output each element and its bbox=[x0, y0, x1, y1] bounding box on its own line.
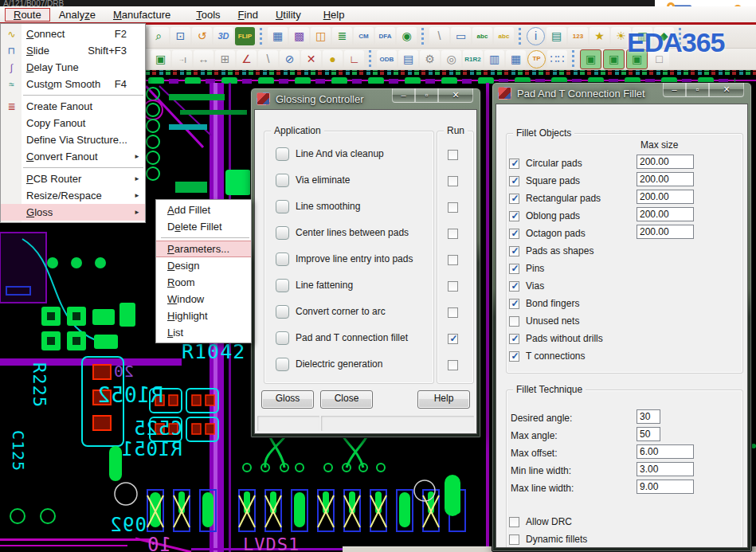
menu-item-design[interactable]: Design bbox=[156, 257, 251, 274]
gloss-button[interactable]: Gloss bbox=[261, 390, 314, 409]
run-line-fattening-checkbox[interactable] bbox=[448, 281, 458, 292]
menu-help[interactable]: Help bbox=[315, 8, 354, 22]
octagon-pads-checkbox[interactable]: ✓ bbox=[509, 229, 519, 239]
add-rectangle-icon[interactable]: ▭ bbox=[451, 27, 471, 45]
line-and-via-cleanup-toggle[interactable] bbox=[276, 147, 289, 161]
menu-analyze[interactable]: Analyze bbox=[50, 8, 104, 22]
board-view-1-icon[interactable]: ▣ bbox=[580, 49, 601, 69]
tool-setup-icon[interactable]: ⚙ bbox=[420, 50, 440, 69]
grid-toggle-icon[interactable]: ▦ bbox=[268, 27, 288, 45]
zoom-points-icon[interactable]: ⌕ bbox=[149, 27, 169, 45]
minimize-button[interactable]: – bbox=[392, 88, 415, 103]
menu-item-custom-smooth[interactable]: ≈ Custom Smooth F4 bbox=[1, 76, 145, 92]
rectangular-pads-checkbox[interactable]: ✓ bbox=[509, 194, 519, 204]
bond-fingers-checkbox[interactable]: ✓ bbox=[509, 299, 519, 309]
menu-item-window[interactable]: Window bbox=[156, 291, 251, 307]
close-button[interactable]: ✕ bbox=[438, 88, 473, 103]
center-l ines-between-pads-toggle[interactable] bbox=[276, 226, 289, 240]
minimize-button[interactable]: – bbox=[663, 83, 686, 97]
desired-angle-input[interactable] bbox=[637, 409, 660, 424]
min-line-width-input[interactable] bbox=[637, 462, 694, 476]
square-pads-checkbox[interactable]: ✓ bbox=[509, 176, 519, 186]
max-angle-input[interactable] bbox=[637, 427, 660, 441]
pins-checkbox[interactable]: ✓ bbox=[509, 264, 519, 274]
spacing-right-icon[interactable]: →| bbox=[172, 50, 192, 69]
run-improve-line-entry-checkbox[interactable] bbox=[448, 255, 458, 265]
octagon-pads-max-size-input[interactable] bbox=[637, 225, 694, 239]
dfa-table-icon[interactable]: DFA bbox=[375, 27, 395, 45]
menu-route[interactable]: Route bbox=[5, 8, 50, 22]
menu-item-delete-fillet[interactable]: Delete Fillet bbox=[156, 218, 251, 235]
run-convert-corner-checkbox[interactable] bbox=[448, 307, 458, 318]
menu-item-delay-tune[interactable]: ∫ Delay Tune bbox=[1, 59, 145, 76]
run-line-and-via-cleanup-checkbox[interactable] bbox=[448, 150, 458, 160]
dynamic-fillets-checkbox[interactable] bbox=[509, 534, 519, 545]
menu-item-add-fillet[interactable]: Add Fillet bbox=[156, 202, 251, 218]
board-outline-icon[interactable]: ▣ bbox=[151, 50, 170, 69]
close-dialog-button[interactable]: Close bbox=[320, 390, 373, 409]
run-pad-t-fillet-checkbox[interactable]: ✓ bbox=[448, 334, 458, 344]
menu-item-resize-respace[interactable]: Resize/Respace ► bbox=[1, 187, 145, 204]
measure-icon[interactable]: 123 bbox=[568, 27, 588, 45]
maximize-button[interactable]: ▫ bbox=[415, 88, 438, 103]
undo-icon[interactable]: ↺ bbox=[192, 27, 212, 45]
allow-drc-checkbox[interactable] bbox=[509, 517, 519, 527]
corner-icon[interactable]: ∟ bbox=[344, 50, 364, 69]
circular-pads-max-size-input[interactable] bbox=[637, 155, 694, 169]
odb-export-icon[interactable]: ODB bbox=[377, 50, 397, 69]
highlight-icon[interactable]: ★ bbox=[590, 27, 609, 45]
3d-view-icon[interactable]: 3D bbox=[213, 27, 233, 45]
menu-item-pcb-router[interactable]: PCB Router ► bbox=[1, 170, 145, 187]
square-pads-max-size-input[interactable] bbox=[637, 172, 694, 186]
menu-item-list[interactable]: List bbox=[156, 324, 251, 341]
rectangular-pads-max-size-input[interactable] bbox=[637, 190, 694, 204]
oblong-pads-checkbox[interactable]: ✓ bbox=[509, 211, 519, 221]
worldview-icon[interactable]: ◉ bbox=[397, 27, 417, 45]
line-smoothing-toggle[interactable] bbox=[276, 200, 289, 213]
yellow-dot-icon[interactable]: ● bbox=[323, 50, 343, 69]
color-priority-icon[interactable]: ◫ bbox=[311, 27, 331, 45]
t-connections-checkbox[interactable]: ✓ bbox=[509, 351, 519, 362]
menu-utility[interactable]: Utility bbox=[267, 8, 310, 22]
testpoint-icon[interactable]: TP bbox=[527, 50, 546, 69]
menu-item-create-fanout[interactable]: ≣ Create Fanout bbox=[1, 98, 145, 115]
shape-grid-icon[interactable]: ▦ bbox=[506, 50, 526, 69]
element-report-icon[interactable]: ▤ bbox=[546, 27, 566, 45]
run-via-eliminate-checkbox[interactable] bbox=[448, 176, 458, 186]
menu-item-convert-fanout[interactable]: Convert Fanout ► bbox=[1, 148, 145, 165]
menu-item-copy-fanout[interactable]: Copy Fanout bbox=[1, 115, 145, 131]
array-icon[interactable]: ∷∷ bbox=[547, 50, 567, 69]
flip-design-icon[interactable]: FLIP bbox=[235, 27, 255, 45]
spacing-between-icon[interactable]: ↔ bbox=[194, 50, 213, 69]
board-view-2-icon[interactable]: ▣ bbox=[603, 49, 625, 69]
pads-as-shapes-checkbox[interactable]: ✓ bbox=[509, 246, 519, 256]
dielectric-generation-toggle[interactable] bbox=[276, 358, 289, 371]
angle-dimension-icon[interactable]: ∠ bbox=[237, 50, 257, 69]
circle-tool-icon[interactable]: ⊘ bbox=[280, 50, 300, 69]
menu-item-highlight[interactable]: Highlight bbox=[156, 307, 251, 324]
add-line-icon[interactable]: \ bbox=[429, 27, 449, 45]
menu-item-define-via-structure[interactable]: Define Via Structure... bbox=[1, 131, 145, 148]
improve-line-entry-toggle[interactable] bbox=[276, 253, 289, 266]
menu-item-slide[interactable]: ⊓ Slide Shift+F3 bbox=[1, 42, 145, 59]
diagonal-line-icon[interactable]: \ bbox=[258, 50, 278, 69]
pad-and-t-connection-fillet-toggle[interactable] bbox=[276, 331, 289, 345]
edit-text-icon[interactable]: abc bbox=[494, 27, 514, 45]
add-text-icon[interactable]: abc bbox=[472, 27, 492, 45]
max-line-width-input[interactable] bbox=[637, 480, 694, 494]
pads-without-drills-checkbox[interactable]: ✓ bbox=[509, 334, 519, 344]
menu-manufacture[interactable]: Manufacture bbox=[104, 8, 179, 22]
color-dialog-icon[interactable]: ▩ bbox=[289, 27, 309, 45]
menu-item-parameters[interactable]: Parameters... bbox=[156, 241, 251, 257]
show-element-icon[interactable]: i bbox=[527, 27, 545, 45]
constraint-manager-icon[interactable]: CM bbox=[354, 27, 374, 45]
menu-tools[interactable]: Tools bbox=[187, 8, 229, 22]
layers-icon[interactable]: ≣ bbox=[332, 27, 352, 45]
run-dielectric-checkbox[interactable] bbox=[448, 360, 458, 370]
via-eliminate-toggle[interactable] bbox=[276, 174, 289, 187]
cut-trace-icon[interactable]: ✕ bbox=[301, 50, 321, 69]
run-line-smoothing-checkbox[interactable] bbox=[448, 202, 458, 213]
vias-checkbox[interactable]: ✓ bbox=[509, 281, 519, 292]
oblong-pads-max-size-input[interactable] bbox=[637, 207, 694, 221]
menu-item-gloss[interactable]: Gloss ► bbox=[1, 204, 145, 221]
